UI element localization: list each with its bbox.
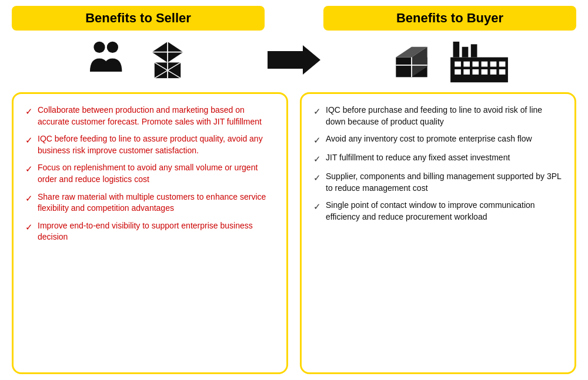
seller-benefit-text-1: Collaborate between production and marke… — [38, 105, 275, 127]
boxes-icon — [144, 36, 191, 83]
buyer-benefit-text-5: Single point of contact window to improv… — [326, 200, 563, 223]
buyer-benefit-3: ✓ JIT fulfillment to reduce any fixed as… — [313, 152, 563, 165]
seller-icons — [12, 36, 265, 83]
svg-point-0 — [93, 42, 105, 53]
buyer-benefit-text-3: JIT fulfillment to reduce any fixed asse… — [326, 152, 510, 164]
buyer-check-icon-2: ✓ — [313, 134, 321, 146]
svg-marker-9 — [268, 45, 320, 75]
people-icon — [85, 36, 132, 83]
factory-icon — [447, 36, 512, 83]
seller-benefit-5: ✓ Improve end-to-end visibility to suppo… — [25, 220, 275, 243]
buyer-benefit-1: ✓ IQC before purchase and feeding to lin… — [313, 105, 563, 127]
seller-benefit-2: ✓ IQC before feeding to line to assure p… — [25, 133, 275, 156]
seller-benefit-4: ✓ Share raw material with multiple custo… — [25, 191, 275, 214]
buyer-check-icon-4: ✓ — [313, 171, 321, 184]
seller-benefit-text-2: IQC before feeding to line to assure pro… — [38, 133, 275, 156]
check-icon-5: ✓ — [25, 221, 33, 233]
buyer-benefits-box: ✓ IQC before purchase and feeding to lin… — [300, 92, 576, 374]
arrow-icon — [268, 42, 320, 78]
headers-row: Benefits to Seller Benefits to Buyer — [12, 6, 576, 31]
icons-row — [12, 36, 576, 83]
svg-rect-24 — [499, 62, 506, 67]
buyer-benefit-text-4: Supplier, components and billing managem… — [326, 171, 563, 194]
seller-benefit-text-5: Improve end-to-end visibility to support… — [38, 220, 275, 243]
crate-icon — [388, 36, 435, 83]
svg-rect-17 — [471, 44, 477, 57]
buyer-header: Benefits to Buyer — [323, 6, 576, 31]
check-icon-2: ✓ — [25, 134, 33, 146]
seller-header: Benefits to Seller — [12, 6, 265, 31]
buyer-check-icon-5: ✓ — [313, 200, 321, 213]
buyer-check-icon-1: ✓ — [313, 105, 321, 117]
svg-rect-15 — [453, 42, 460, 58]
svg-rect-20 — [463, 62, 470, 67]
check-icon-4: ✓ — [25, 192, 33, 204]
svg-point-1 — [107, 42, 118, 53]
check-icon-3: ✓ — [25, 163, 33, 175]
svg-rect-22 — [482, 62, 488, 67]
buyer-icons — [323, 36, 576, 83]
svg-rect-19 — [455, 62, 461, 67]
seller-benefit-3: ✓ Focus on replenishment to avoid any sm… — [25, 162, 275, 185]
svg-rect-25 — [455, 69, 461, 75]
buyer-benefit-text-1: IQC before purchase and feeding to line … — [326, 105, 563, 127]
svg-rect-30 — [499, 69, 506, 75]
check-icon-1: ✓ — [25, 105, 33, 117]
direction-arrow — [265, 42, 323, 78]
buyer-check-icon-3: ✓ — [313, 153, 321, 165]
buyer-benefit-2: ✓ Avoid any inventory cost to promote en… — [313, 133, 563, 146]
svg-rect-26 — [463, 69, 470, 75]
seller-benefits-box: ✓ Collaborate between production and mar… — [12, 92, 288, 374]
seller-benefit-text-3: Focus on replenishment to avoid any smal… — [38, 162, 275, 185]
buyer-benefit-text-2: Avoid any inventory cost to promote ente… — [326, 133, 532, 145]
seller-benefit-1: ✓ Collaborate between production and mar… — [25, 105, 275, 127]
buyer-benefit-5: ✓ Single point of contact window to impr… — [313, 200, 563, 223]
svg-rect-27 — [472, 69, 479, 75]
svg-rect-21 — [472, 62, 479, 67]
svg-rect-23 — [490, 62, 497, 67]
content-section: ✓ Collaborate between production and mar… — [12, 92, 576, 374]
svg-rect-16 — [462, 47, 469, 58]
svg-rect-29 — [490, 69, 497, 75]
svg-rect-28 — [482, 69, 488, 75]
buyer-benefit-4: ✓ Supplier, components and billing manag… — [313, 171, 563, 194]
main-container: Benefits to Seller Benefits to Buyer — [0, 0, 588, 380]
seller-benefit-text-4: Share raw material with multiple custome… — [38, 191, 275, 214]
